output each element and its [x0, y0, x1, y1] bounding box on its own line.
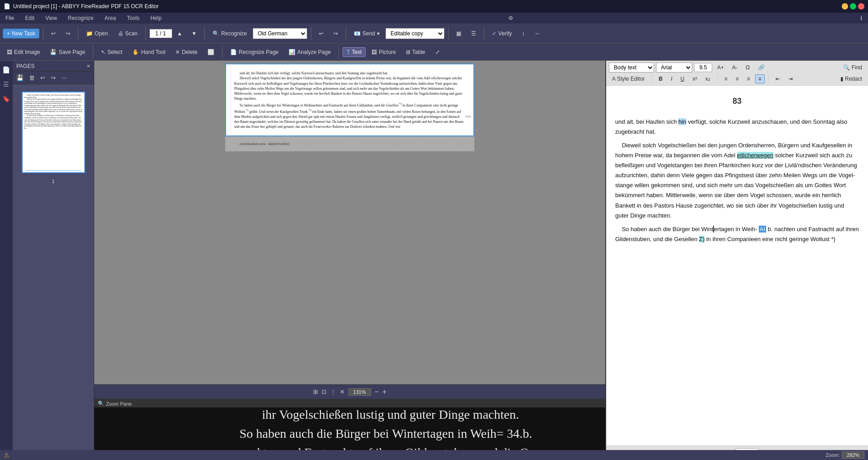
font-select[interactable]: Arial — [656, 63, 692, 73]
info-icon: ℹ — [858, 14, 864, 22]
justify-button[interactable]: ≡ — [755, 74, 765, 83]
menu-file[interactable]: File — [4, 14, 16, 22]
doc-fit-page-button[interactable]: ⊡ — [322, 388, 327, 395]
redo-pages-button[interactable]: ↪ — [49, 73, 58, 82]
ai-badge: AI — [759, 226, 766, 232]
zoom-area-button[interactable]: ⬜ — [203, 47, 218, 57]
align-right-button[interactable]: ≡ — [744, 74, 753, 83]
recognize-button[interactable]: 🔍 Recognize — [208, 29, 251, 39]
undo-pages-button[interactable]: ↩ — [39, 73, 47, 82]
new-task-button[interactable]: + New Task — [3, 29, 39, 39]
sidebar-page-icon[interactable]: 📄 — [0, 64, 12, 75]
menu-recognize[interactable]: Recognize — [66, 14, 96, 22]
page-thumbnail[interactable]: und alt, bei Haufen sich hin verfügt, so… — [22, 92, 85, 173]
doc-zoom-out-button[interactable]: − — [375, 388, 379, 396]
menu-edit[interactable]: Edit — [23, 14, 36, 22]
delete-page-button[interactable]: 🗑 — [27, 73, 37, 82]
doc-center-button[interactable]: ⋮ — [330, 388, 336, 395]
text-style-select[interactable]: Body text — [609, 63, 654, 73]
separator4 — [204, 27, 205, 40]
menu-area[interactable]: Area — [103, 14, 118, 22]
font-size-input[interactable] — [694, 63, 712, 72]
sidebar-layers-icon[interactable]: ☰ — [1, 79, 11, 90]
italic-button[interactable]: I — [668, 74, 675, 83]
send-button[interactable]: 📧 Send ▾ — [350, 29, 384, 39]
save-page-icon: 💾 — [50, 49, 57, 55]
delete-button[interactable]: ✕ Delete — [171, 47, 202, 57]
analyze-page-button[interactable]: 📊 Analyze Page — [285, 47, 335, 57]
align-center-button[interactable]: ≡ — [733, 74, 742, 83]
app-icon: 📄 — [4, 3, 10, 10]
reorder-right-button[interactable]: ↔ — [530, 29, 544, 39]
table-zone-button[interactable]: ⊞ Table — [402, 47, 429, 57]
superscript-button[interactable]: x² — [690, 74, 700, 83]
indent-less-button[interactable]: ⇤ — [772, 74, 783, 83]
prev-page-button[interactable]: ▲ — [173, 29, 187, 39]
select-label: Select — [107, 49, 122, 55]
more-pages-button[interactable]: ⋯ — [59, 73, 69, 82]
align-left-button[interactable]: ≡ — [721, 74, 731, 83]
bottom-zoom: Zoom: — [826, 451, 864, 459]
maximize-button[interactable] — [850, 3, 856, 10]
picture-zone-button[interactable]: 🖼 Picture — [367, 47, 400, 57]
open-button[interactable]: 📁 Open — [82, 29, 112, 39]
sidebar-bookmark-icon[interactable]: 🔖 — [0, 93, 12, 104]
document-canvas[interactable]: und alt, bei Haufen sich hin verfügt, so… — [94, 61, 605, 384]
style-editor-button[interactable]: A Style Editor — [609, 74, 648, 83]
hand-tool-button[interactable]: ✋ Hand Tool — [128, 47, 169, 57]
undo2-button[interactable]: ↩ — [315, 29, 328, 39]
doc-zoom-input[interactable] — [348, 388, 371, 396]
language-select[interactable]: Old German — [253, 28, 307, 39]
view-grid-button[interactable]: ▦ — [452, 29, 465, 39]
redo-button[interactable]: ↪ — [62, 29, 74, 39]
undo-button[interactable]: ↩ — [47, 29, 60, 39]
page-nav-input[interactable] — [149, 29, 172, 38]
doc-fit-width-button[interactable]: ⊞ — [313, 388, 318, 395]
minimize-button[interactable] — [842, 3, 848, 10]
copy-mode-select[interactable]: Editable copy — [386, 28, 444, 39]
close-pages-button[interactable]: × — [87, 63, 90, 69]
font-size-down-button[interactable]: A- — [729, 63, 741, 72]
text-zone-button[interactable]: T Text — [342, 47, 366, 57]
ocr-text[interactable]: und alt, bei Haufen sich hin verfügt, so… — [615, 117, 859, 244]
send-dropdown-icon[interactable]: ▾ — [377, 30, 380, 37]
menu-tools[interactable]: Tools — [125, 14, 141, 22]
subscript-button[interactable]: x₂ — [702, 74, 714, 83]
font-size-up-button[interactable]: A+ — [714, 63, 727, 72]
redo2-button[interactable]: ↪ — [329, 29, 342, 39]
scan-button[interactable]: 🖨 Scan — [114, 29, 141, 39]
edit-image-button[interactable]: 🖼 Edit Image — [3, 47, 44, 57]
verify-button[interactable]: ✓ Verify — [488, 29, 516, 39]
doc-close-zoom-button[interactable]: ✕ — [340, 388, 345, 395]
reorder-down-button[interactable]: ↕ — [518, 29, 529, 39]
redact-button[interactable]: ▮ Redact — [837, 74, 865, 83]
view-list-button[interactable]: ☰ — [467, 29, 480, 39]
bold-button[interactable]: B — [656, 74, 666, 83]
menu-help[interactable]: Help — [149, 14, 164, 22]
document-area: und alt, bei Haufen sich hin verfügt, so… — [94, 61, 605, 460]
secondary-toolbar: 🖼 Edit Image 💾 Save Page ↖ Select ✋ Hand… — [0, 44, 868, 61]
save-pages-button[interactable]: 💾 — [14, 73, 25, 82]
separator2 — [78, 27, 78, 40]
doc-zoom-in-button[interactable]: + — [382, 388, 386, 396]
expand-button[interactable]: ⤢ — [431, 47, 444, 57]
menu-view[interactable]: View — [43, 14, 59, 22]
recognize-page-button[interactable]: 📄 Recognize Page — [226, 47, 283, 57]
underline-button[interactable]: U — [677, 74, 688, 83]
save-page-button[interactable]: 💾 Save Page — [46, 47, 89, 57]
special-char-button[interactable]: Ω — [743, 63, 753, 72]
insert-link-button[interactable]: 🔗 — [755, 63, 768, 72]
page-number-label: 1 — [52, 179, 54, 184]
indent-more-button[interactable]: ⇥ — [785, 74, 796, 83]
recognize-icon: 🔍 — [212, 30, 219, 37]
next-page-button[interactable]: ▼ — [187, 29, 201, 39]
find-button[interactable]: 🔍 Find — [840, 63, 865, 72]
select-button[interactable]: ↖ Select — [97, 47, 126, 57]
verify-icon: ✓ — [492, 30, 497, 37]
bottom-zoom-input[interactable] — [842, 451, 864, 459]
ocr-content[interactable]: 83 und alt, bei Haufen sich hin verfügt,… — [606, 86, 868, 445]
close-button[interactable] — [858, 3, 864, 10]
window-controls — [842, 3, 864, 10]
settings-icon[interactable]: ⚙ — [506, 14, 515, 22]
picture-zone-label: Picture — [379, 49, 395, 55]
